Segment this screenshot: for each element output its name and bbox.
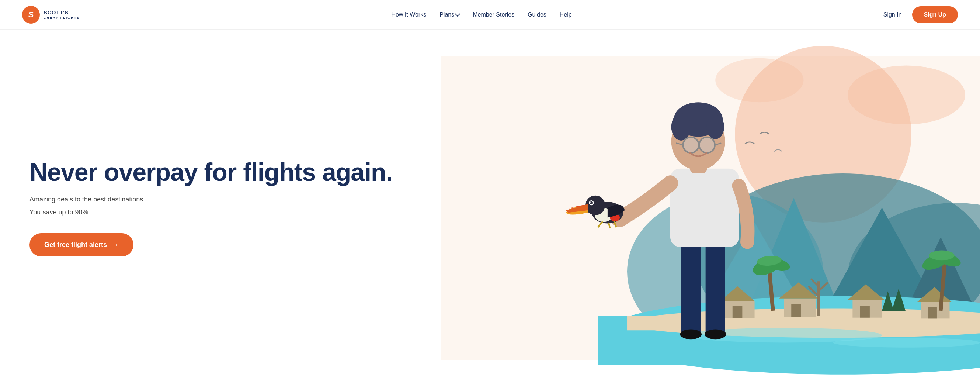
svg-rect-25 (860, 306, 870, 318)
nav-link-help[interactable]: Help (560, 11, 572, 18)
svg-point-63 (590, 201, 593, 204)
svg-point-36 (929, 250, 955, 260)
svg-point-2 (848, 66, 965, 124)
hero-section: Never overpay for flights again. Amazing… (0, 30, 980, 386)
get-flight-alerts-button[interactable]: Get free flight alerts → (30, 233, 134, 257)
svg-rect-19 (733, 306, 743, 318)
nav-link-member-stories[interactable]: Member Stories (473, 11, 514, 18)
svg-rect-28 (928, 308, 937, 319)
svg-point-55 (699, 137, 715, 153)
nav-item-member-stories[interactable]: Member Stories (473, 11, 514, 18)
nav-item-guides[interactable]: Guides (528, 11, 546, 18)
arrow-right-icon: → (111, 241, 119, 249)
svg-point-54 (683, 137, 699, 153)
svg-point-52 (671, 113, 691, 140)
nav-link-plans[interactable]: Plans (439, 11, 460, 18)
hero-subtext-1: Amazing deals to the best destinations. (30, 194, 412, 205)
svg-point-64 (590, 202, 592, 203)
logo[interactable]: S SCOTT'S CHEAP FLIGHTS (22, 6, 80, 24)
brand-name: SCOTT'S (43, 10, 80, 16)
logo-icon: S (22, 6, 40, 24)
sign-in-button[interactable]: Sign In (883, 11, 902, 18)
nav-item-plans[interactable]: Plans (439, 11, 460, 18)
svg-rect-44 (706, 237, 725, 335)
nav-item-help[interactable]: Help (560, 11, 572, 18)
chevron-down-icon (455, 11, 460, 16)
hero-cta-area: Get free flight alerts → (30, 233, 412, 257)
logo-text-block: SCOTT'S CHEAP FLIGHTS (43, 10, 80, 19)
svg-rect-47 (670, 169, 739, 247)
nav-link-guides[interactable]: Guides (528, 11, 546, 18)
nav-item-how-it-works[interactable]: How It Works (391, 11, 426, 18)
hero-headline: Never overpay for flights again. (30, 159, 412, 185)
svg-point-61 (585, 196, 605, 215)
hero-svg (441, 30, 980, 386)
svg-point-3 (715, 58, 803, 102)
hero-content: Never overpay for flights again. Amazing… (0, 30, 441, 386)
cta-label: Get free flight alerts (44, 241, 107, 249)
svg-rect-43 (681, 237, 700, 335)
brand-tagline: CHEAP FLIGHTS (43, 16, 80, 19)
hero-subtext-2: You save up to 90%. (30, 207, 412, 218)
nav-actions: Sign In Sign Up (883, 6, 958, 23)
logo-letter: S (29, 10, 34, 19)
navbar: S SCOTT'S CHEAP FLIGHTS How It Works Pla… (0, 0, 980, 30)
sign-up-button[interactable]: Sign Up (912, 6, 958, 23)
hero-illustration-area (441, 30, 980, 386)
svg-point-16 (833, 338, 980, 348)
svg-rect-22 (791, 305, 801, 317)
svg-point-45 (680, 330, 702, 340)
nav-link-how-it-works[interactable]: How It Works (391, 11, 426, 18)
nav-links: How It Works Plans Member Stories Guides… (391, 11, 571, 18)
svg-point-53 (706, 115, 724, 139)
svg-point-46 (705, 330, 726, 340)
